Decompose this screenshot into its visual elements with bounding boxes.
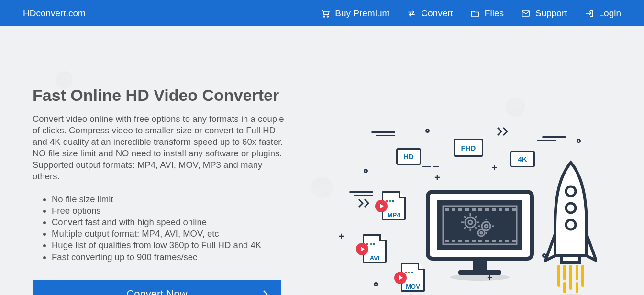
- fhd-badge: FHD: [454, 139, 483, 157]
- chevrons-icon: [358, 198, 371, 208]
- feature-item: Convert fast and with high speed online: [52, 217, 291, 228]
- nav-label: Support: [535, 8, 567, 19]
- svg-rect-24: [492, 240, 496, 242]
- feature-item: Free options: [52, 205, 291, 217]
- svg-point-39: [566, 220, 576, 229]
- svg-rect-27: [512, 240, 516, 242]
- motion-line-icon: [537, 140, 556, 141]
- site-header: HDconvert.com Buy Premium Convert Files …: [0, 0, 644, 26]
- svg-rect-4: [437, 200, 522, 250]
- svg-point-0: [324, 16, 325, 17]
- motion-line-icon: [354, 195, 373, 196]
- nav-login[interactable]: Login: [585, 8, 622, 19]
- svg-rect-8: [458, 208, 462, 211]
- svg-rect-17: [445, 240, 449, 242]
- motion-line-icon: [349, 191, 373, 193]
- dot-icon: [425, 129, 430, 133]
- page-title: Fast Online HD Video Converter: [33, 86, 291, 105]
- play-icon: [375, 200, 388, 212]
- plus-icon: +: [339, 231, 344, 242]
- motion-line-icon: [433, 166, 439, 167]
- svg-rect-6: [445, 208, 449, 211]
- mov-file-icon: MOV: [401, 263, 425, 292]
- play-icon: [394, 272, 407, 284]
- nav-buy-premium[interactable]: Buy Premium: [321, 8, 389, 19]
- feature-item: Huge list of qualities from low 360p to …: [52, 240, 291, 251]
- convert-now-button[interactable]: Convert Now: [33, 280, 281, 295]
- feature-item: No file size limit: [52, 194, 291, 205]
- nav-support[interactable]: Support: [521, 8, 567, 19]
- dot-icon: [364, 169, 368, 173]
- rocket-icon: [544, 160, 597, 295]
- nav-label: Buy Premium: [335, 8, 389, 19]
- svg-rect-13: [492, 208, 496, 211]
- svg-rect-7: [452, 208, 455, 211]
- svg-rect-19: [458, 240, 462, 242]
- svg-rect-15: [505, 208, 509, 211]
- nav-label: Convert: [421, 8, 453, 19]
- svg-rect-18: [452, 240, 455, 242]
- plus-icon: +: [492, 163, 498, 174]
- svg-rect-16: [512, 208, 516, 211]
- hero-description: Convert video online with free options t…: [33, 113, 291, 182]
- mail-icon: [521, 9, 531, 18]
- fourk-badge: 4K: [510, 151, 535, 167]
- mp4-file-icon: MP4: [382, 191, 406, 220]
- hd-badge: HD: [396, 148, 421, 165]
- motion-line-icon: [376, 135, 395, 136]
- feature-item: Multiple output format: MP4, AVI, MOV, e…: [52, 228, 291, 240]
- motion-line-icon: [371, 131, 395, 133]
- svg-rect-20: [465, 240, 469, 242]
- cart-icon: [321, 9, 330, 18]
- svg-point-37: [566, 186, 576, 196]
- svg-rect-21: [472, 240, 476, 242]
- dot-icon: [577, 139, 581, 143]
- nav-files[interactable]: Files: [470, 8, 504, 19]
- svg-rect-14: [499, 208, 502, 211]
- feature-item: Fast converting up to 900 frames/sec: [52, 251, 291, 263]
- feature-list: No file size limit Free options Convert …: [33, 194, 291, 262]
- svg-rect-34: [473, 259, 487, 270]
- cta-label: Convert Now: [126, 288, 187, 295]
- site-logo[interactable]: HDconvert.com: [23, 8, 86, 19]
- motion-line-icon: [542, 136, 566, 138]
- nav-convert[interactable]: Convert: [407, 8, 453, 19]
- svg-rect-12: [485, 208, 489, 211]
- play-icon: [356, 243, 368, 255]
- monitor-icon: [425, 189, 535, 284]
- nav-label: Login: [599, 8, 622, 19]
- svg-point-38: [566, 203, 576, 213]
- svg-point-36: [450, 274, 510, 281]
- chevron-right-icon: [262, 289, 269, 295]
- svg-rect-26: [505, 240, 509, 242]
- svg-rect-23: [485, 240, 489, 242]
- login-icon: [585, 9, 594, 18]
- chevrons-icon: [497, 127, 510, 136]
- main-nav: Buy Premium Convert Files Support Login: [321, 8, 621, 19]
- hero-illustration: + + + + HD FHD 4K MP4 AVI: [310, 26, 621, 295]
- motion-line-icon: [422, 166, 431, 167]
- dot-icon: [374, 282, 378, 286]
- plus-icon: +: [434, 172, 440, 183]
- svg-rect-22: [478, 240, 482, 242]
- nav-label: Files: [485, 8, 504, 19]
- svg-rect-10: [472, 208, 476, 211]
- folder-icon: [470, 9, 480, 18]
- svg-rect-9: [465, 208, 469, 211]
- svg-point-1: [327, 16, 329, 17]
- svg-rect-40: [562, 256, 580, 262]
- transfer-icon: [407, 9, 416, 18]
- svg-rect-25: [499, 240, 502, 242]
- svg-rect-11: [478, 208, 482, 211]
- avi-file-icon: AVI: [363, 234, 387, 263]
